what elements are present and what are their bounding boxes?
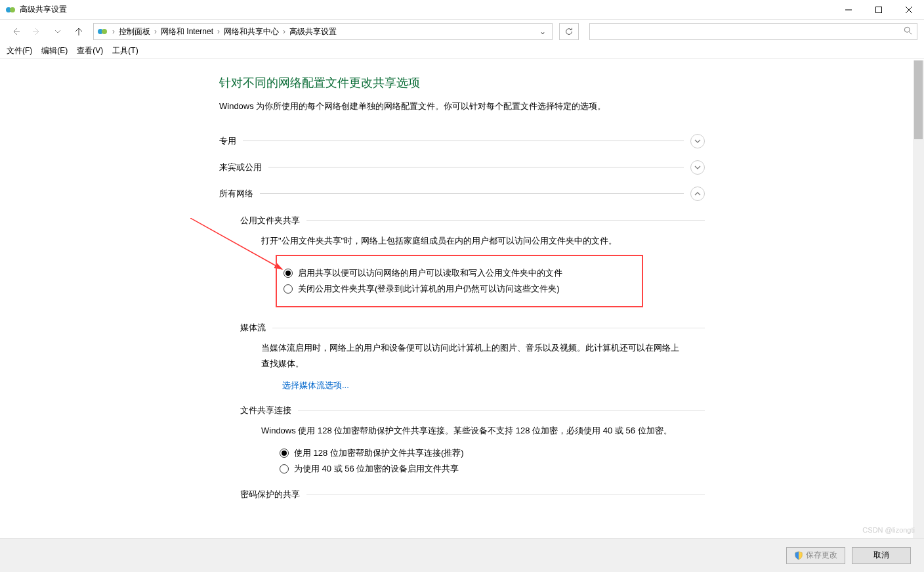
save-label: 保存更改 <box>806 550 837 561</box>
radio-public-enable[interactable]: 启用共享以便可以访问网络的用户可以读取和写入公用文件夹中的文件 <box>284 265 639 281</box>
forward-button[interactable] <box>28 22 46 41</box>
svg-line-11 <box>910 32 912 34</box>
public-folder-desc: 打开"公用文件夹共享"时，网络上包括家庭组成员在内的用户都可以访问公用文件夹中的… <box>261 233 705 248</box>
radio-encrypt-128[interactable]: 使用 128 位加密帮助保护文件共享连接(推荐) <box>280 445 705 461</box>
svg-rect-3 <box>876 7 882 12</box>
section-guest-header[interactable]: 来宾或公用 <box>219 154 705 181</box>
section-all-label: 所有网络 <box>219 188 253 200</box>
chevron-up-icon[interactable] <box>690 187 705 201</box>
menu-view[interactable]: 查看(V) <box>77 45 103 56</box>
cancel-button[interactable]: 取消 <box>852 547 911 564</box>
cancel-label: 取消 <box>873 550 889 561</box>
radio-label: 启用共享以便可以访问网络的用户可以读取和写入公用文件夹中的文件 <box>298 267 562 279</box>
maximize-button[interactable] <box>864 0 894 20</box>
scrollbar-vertical[interactable] <box>913 60 924 538</box>
breadcrumb-segment[interactable]: 控制面板 <box>116 26 153 37</box>
search-icon[interactable] <box>904 26 913 37</box>
divider <box>243 141 684 141</box>
recent-dropdown-icon[interactable] <box>49 22 67 41</box>
svg-point-1 <box>10 7 15 12</box>
divider <box>260 193 684 194</box>
chevron-right-icon: › <box>282 27 287 36</box>
subsection-public-folder: 公用文件夹共享 打开"公用文件夹共享"时，网络上包括家庭组成员在内的用户都可以访… <box>240 215 705 307</box>
radio-label: 关闭公用文件夹共享(登录到此计算机的用户仍然可以访问这些文件夹) <box>298 283 560 295</box>
subsection-password: 密码保护的共享 <box>240 489 705 500</box>
radio-encrypt-40-56[interactable]: 为使用 40 或 56 位加密的设备启用文件共享 <box>280 461 705 477</box>
radio-label: 为使用 40 或 56 位加密的设备启用文件共享 <box>294 463 459 475</box>
fileconn-desc: Windows 使用 128 位加密帮助保护文件共享连接。某些设备不支持 128… <box>261 423 681 438</box>
radio-label: 使用 128 位加密帮助保护文件共享连接(推荐) <box>294 447 464 459</box>
annotation-highlight-box: 启用共享以便可以访问网络的用户可以读取和写入公用文件夹中的文件 关闭公用文件夹共… <box>276 255 643 307</box>
radio-icon <box>280 449 289 458</box>
divider <box>306 494 705 495</box>
refresh-button[interactable] <box>559 23 579 40</box>
radio-public-disable[interactable]: 关闭公用文件夹共享(登录到此计算机的用户仍然可以访问这些文件夹) <box>284 281 639 297</box>
chevron-right-icon: › <box>111 27 116 36</box>
chevron-right-icon: › <box>216 27 221 36</box>
menu-tools[interactable]: 工具(T) <box>112 45 138 56</box>
breadcrumb-segment[interactable]: 网络和 Internet <box>158 26 216 37</box>
breadcrumb: 控制面板 › 网络和 Internet › 网络和共享中心 › 高级共享设置 <box>116 26 536 37</box>
back-button[interactable] <box>7 22 25 41</box>
divider <box>298 410 705 411</box>
divider <box>272 328 705 328</box>
menu-edit[interactable]: 编辑(E) <box>41 45 68 56</box>
shield-icon <box>794 551 803 560</box>
breadcrumb-segment[interactable]: 网络和共享中心 <box>221 26 282 37</box>
window-controls <box>833 0 924 20</box>
media-title: 媒体流 <box>240 322 266 334</box>
subsection-fileconn: 文件共享连接 Windows 使用 128 位加密帮助保护文件共享连接。某些设备… <box>240 405 705 476</box>
page-description: Windows 为你所使用的每个网络创建单独的网络配置文件。你可以针对每个配置文… <box>219 100 705 114</box>
public-folder-title: 公用文件夹共享 <box>240 215 300 227</box>
minimize-button[interactable] <box>833 0 864 20</box>
scrollbar-thumb[interactable] <box>914 60 923 139</box>
password-title: 密码保护的共享 <box>240 489 300 500</box>
breadcrumb-segment[interactable]: 高级共享设置 <box>287 26 339 37</box>
menubar: 文件(F) 编辑(E) 查看(V) 工具(T) <box>0 43 924 59</box>
search-box[interactable] <box>589 23 917 40</box>
save-button[interactable]: 保存更改 <box>786 547 845 564</box>
chevron-down-icon[interactable] <box>690 134 705 148</box>
radio-icon <box>284 269 293 278</box>
app-icon <box>5 5 16 15</box>
chevron-down-icon[interactable] <box>690 160 705 175</box>
search-input[interactable] <box>594 26 904 37</box>
breadcrumb-bar[interactable]: › 控制面板 › 网络和 Internet › 网络和共享中心 › 高级共享设置… <box>93 23 553 40</box>
window-title: 高级共享设置 <box>20 4 67 15</box>
up-button[interactable] <box>70 22 88 41</box>
svg-point-9 <box>102 29 107 34</box>
radio-icon <box>280 464 289 473</box>
divider <box>268 167 684 167</box>
divider <box>306 220 705 221</box>
menu-file[interactable]: 文件(F) <box>7 45 32 56</box>
breadcrumb-icon <box>96 26 108 37</box>
footer: 保存更改 取消 <box>0 538 924 572</box>
subsection-media: 媒体流 当媒体流启用时，网络上的用户和设备便可以访问此计算机上的图片、音乐以及视… <box>240 322 705 393</box>
chevron-right-icon: › <box>153 27 158 36</box>
section-private-header[interactable]: 专用 <box>219 128 705 154</box>
page-title: 针对不同的网络配置文件更改共享选项 <box>219 75 705 91</box>
media-desc: 当媒体流启用时，网络上的用户和设备便可以访问此计算机上的图片、音乐以及视频。此计… <box>261 340 681 371</box>
titlebar: 高级共享设置 <box>0 0 924 20</box>
close-button[interactable] <box>894 0 924 20</box>
breadcrumb-dropdown-icon[interactable]: ⌄ <box>536 27 549 36</box>
content-area: 针对不同的网络配置文件更改共享选项 Windows 为你所使用的每个网络创建单独… <box>0 60 924 538</box>
navbar: › 控制面板 › 网络和 Internet › 网络和共享中心 › 高级共享设置… <box>0 20 924 43</box>
svg-point-10 <box>904 27 910 32</box>
section-private-label: 专用 <box>219 135 236 147</box>
fileconn-title: 文件共享连接 <box>240 405 291 416</box>
media-options-link[interactable]: 选择媒体流选项... <box>282 380 349 390</box>
watermark: CSDN @lizongti <box>862 526 915 534</box>
section-guest-label: 来宾或公用 <box>219 162 262 173</box>
radio-icon <box>284 284 293 294</box>
section-all-header[interactable]: 所有网络 <box>219 181 705 207</box>
